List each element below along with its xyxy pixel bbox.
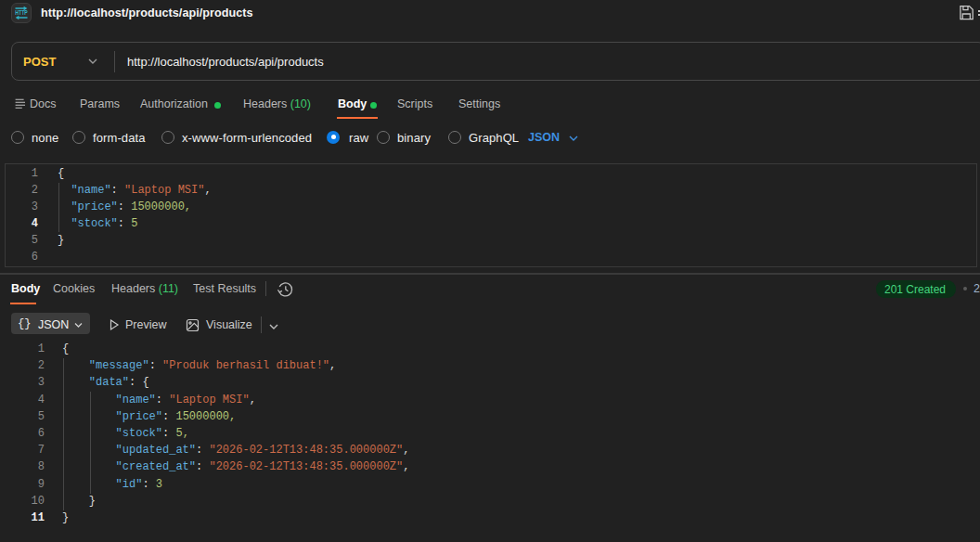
svg-text:HTTP: HTTP — [15, 9, 28, 16]
